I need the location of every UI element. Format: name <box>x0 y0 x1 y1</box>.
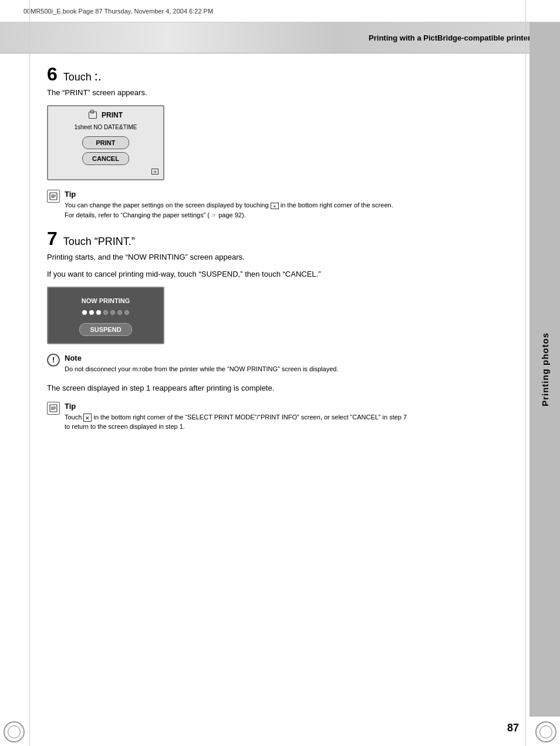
print-screen-title: PRINT <box>102 111 123 119</box>
main-content: 6 Touch ⁚. The “PRINT” screen appears. P… <box>29 53 525 717</box>
step6-heading: 6 Touch ⁚. <box>47 65 507 83</box>
page-right-border <box>525 0 526 746</box>
suspend-button[interactable]: SUSPEND <box>79 323 132 336</box>
dot-2 <box>89 310 94 315</box>
print-screen-info: 1sheet NO DATE&TIME <box>53 124 158 130</box>
step6-instruction: Touch ⁚. <box>63 71 102 83</box>
printer-icon <box>89 112 97 119</box>
tip1-box: Tip You can change the paper settings on… <box>47 190 507 220</box>
step6-number: 6 <box>47 65 58 83</box>
corner-decoration-bl <box>4 721 25 742</box>
page-number: 87 <box>507 722 519 734</box>
step7-heading: 7 Touch “PRINT.” <box>47 229 507 248</box>
sidebar-right: Printing photos <box>529 22 560 717</box>
tip1-icon <box>47 190 60 203</box>
progress-dots <box>53 310 158 315</box>
tip2-icon-inline: ✕ <box>83 414 92 422</box>
tip1-content: Tip You can change the paper settings on… <box>65 190 393 220</box>
print-button[interactable]: PRINT <box>82 136 129 149</box>
dot-5 <box>110 310 115 315</box>
header-filepath: 00MR500i_E.book Page 87 Thursday, Novemb… <box>23 8 213 15</box>
dot-4 <box>103 310 108 315</box>
now-printing-screen: NOW PRINTING SUSPEND <box>47 287 164 344</box>
tip2-box: Tip Touch ✕ in the bottom right corner o… <box>47 402 507 432</box>
top-band-title: Printing with a PictBridge-compatible pr… <box>369 33 531 42</box>
tip2-icon <box>47 402 60 415</box>
tip2-text: Touch ✕ in the bottom right corner of th… <box>65 412 407 432</box>
print-screen-footer: ≡ <box>53 169 158 174</box>
tip1-label: Tip <box>65 190 393 199</box>
note-box: ! Note Do not disconnect your m:robe fro… <box>47 354 507 374</box>
settings-mini-icon: ≡ <box>151 169 158 174</box>
tip1-text: You can change the paper settings on the… <box>65 200 393 220</box>
note-text: Do not disconnect your m:robe from the p… <box>65 364 338 374</box>
step7-instruction: Touch “PRINT.” <box>63 236 135 248</box>
header-bar: 00MR500i_E.book Page 87 Thursday, Novemb… <box>0 0 560 22</box>
corner-decoration-br <box>535 721 556 742</box>
note-label: Note <box>65 354 338 362</box>
note-content: Note Do not disconnect your m:robe from … <box>65 354 338 374</box>
tip2-content: Tip Touch ✕ in the bottom right corner o… <box>65 402 407 432</box>
tip2-label: Tip <box>65 402 407 411</box>
top-band: Printing with a PictBridge-compatible pr… <box>0 22 560 53</box>
print-screen-header: PRINT <box>53 111 158 119</box>
tip1-icon-inline: ≡ <box>271 203 279 209</box>
dots-icon: ⁚. <box>95 72 102 82</box>
cancel-button[interactable]: CANCEL <box>82 152 129 165</box>
now-printing-text: NOW PRINTING <box>53 297 158 304</box>
step7-subtext2: If you want to cancel printing mid-way, … <box>47 270 507 278</box>
dot-7 <box>124 310 129 315</box>
step7-subtext1: Printing starts, and the “NOW PRINTING” … <box>47 253 507 261</box>
dot-3 <box>96 310 101 315</box>
step6-subtext: The “PRINT” screen appears. <box>47 88 507 97</box>
dot-1 <box>82 310 87 315</box>
after-text: The screen displayed in step 1 reappears… <box>47 384 507 392</box>
print-screen-mockup: PRINT 1sheet NO DATE&TIME PRINT CANCEL ≡ <box>47 105 164 180</box>
step7-number: 7 <box>47 229 58 248</box>
tip1-ref-icon: ☞ <box>211 212 217 219</box>
dot-6 <box>117 310 122 315</box>
sidebar-label: Printing photos <box>540 332 550 406</box>
note-icon: ! <box>47 354 60 367</box>
